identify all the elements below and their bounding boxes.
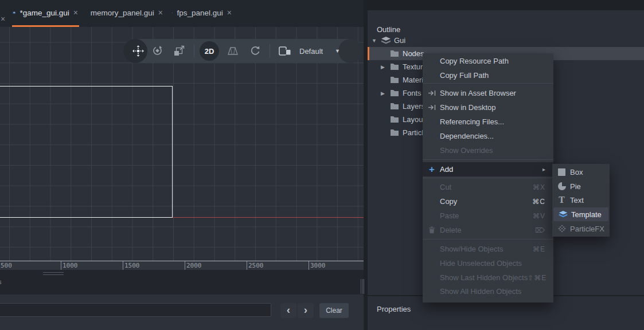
vertical-splitter-handle[interactable] xyxy=(361,279,365,294)
submenu-item-box[interactable]: Box xyxy=(552,165,610,179)
ruler-label: 500 xyxy=(1,262,12,269)
outline-row-gui[interactable]: ▼ Gui xyxy=(368,34,644,47)
frustum-culling-icon[interactable] xyxy=(227,46,239,56)
editor-window: × *game_gui.gui × memory_panel.gui × fps… xyxy=(0,0,644,330)
menu-item-cut: Cut⌘X xyxy=(423,180,553,194)
ruler-tick xyxy=(185,261,185,270)
menu-item-copy-resource-path[interactable]: Copy Resource Path xyxy=(423,54,553,68)
ruler-tick xyxy=(123,261,123,270)
submenu-item-pie[interactable]: Pie xyxy=(552,179,610,193)
menu-item-show-all-hidden-objects: Show All Hidden Objects xyxy=(423,284,553,298)
menu-separator xyxy=(423,83,553,84)
folder-icon xyxy=(390,63,399,70)
2d-mode-label: 2D xyxy=(205,47,214,56)
folder-icon xyxy=(390,103,399,110)
text-icon: T xyxy=(557,196,567,204)
trash-icon xyxy=(427,226,437,234)
clear-button[interactable]: Clear xyxy=(319,303,349,318)
lower-strip: s xyxy=(0,270,364,294)
ruler-label: 1500 xyxy=(124,262,140,269)
plus-icon: + xyxy=(427,164,437,174)
outline-row-label: Gui xyxy=(394,36,405,45)
scale-tool-icon[interactable] xyxy=(174,45,185,56)
outline-panel-title: Outline xyxy=(377,25,400,34)
folder-icon xyxy=(390,116,399,123)
menu-item-show-last-hidden-objects: Show Last Hidden Objects⇧⌘E xyxy=(423,270,553,285)
menu-item-copy[interactable]: Copy⌘C xyxy=(423,194,553,209)
menu-separator xyxy=(423,159,553,160)
submenu-arrow-icon: ▸ xyxy=(542,166,545,172)
particlefx-icon xyxy=(557,225,567,233)
menu-item-show-in-desktop[interactable]: Show in Desktop xyxy=(423,100,553,115)
add-submenu: Box Pie T Text Template ParticleFX xyxy=(552,164,610,237)
pie-icon xyxy=(557,182,567,190)
show-in-icon xyxy=(427,90,437,96)
rotate-tool-icon[interactable] xyxy=(152,45,163,56)
move-tool-icon[interactable] xyxy=(132,45,144,57)
menu-item-hide-unselected-objects: Hide Unselected Objects xyxy=(423,256,553,270)
menu-item-show-hide-objects: Show/Hide Objects⌘E xyxy=(423,242,553,256)
menu-item-delete: Delete⌦ xyxy=(423,223,553,237)
device-layout-icon[interactable] xyxy=(279,46,291,56)
tab-memory-panel[interactable]: memory_panel.gui × xyxy=(84,0,165,25)
show-in-icon xyxy=(427,104,437,111)
horizontal-ruler: 500 1000 1500 2000 2500 3000 xyxy=(0,261,364,270)
chevron-right-icon[interactable]: ▶ xyxy=(381,64,385,70)
clipped-panel-label: s xyxy=(0,278,2,285)
menu-item-show-overrides: Show Overrides xyxy=(423,143,553,158)
tab-label: *game_gui.gui xyxy=(19,9,69,17)
search-input[interactable] xyxy=(0,303,271,317)
menu-separator xyxy=(423,178,553,178)
x-axis-line xyxy=(173,217,364,218)
tab-label: fps_panel.gui xyxy=(177,9,223,17)
template-icon xyxy=(558,211,568,218)
tab-game-gui[interactable]: *game_gui.gui × xyxy=(10,0,80,25)
layout-select[interactable]: Default xyxy=(299,39,323,63)
outline-row-label: Nodes xyxy=(403,49,424,58)
console-bar: ‹ › Clear xyxy=(0,294,364,330)
chevron-down-icon[interactable]: ▼ xyxy=(335,39,340,63)
chevron-right-icon[interactable]: ▶ xyxy=(381,91,385,96)
menu-item-dependencies[interactable]: Dependencies... xyxy=(423,129,553,143)
close-icon[interactable]: × xyxy=(1,15,5,23)
folder-icon xyxy=(390,50,399,57)
tab-fps-panel[interactable]: fps_panel.gui × xyxy=(170,0,234,25)
reset-camera-icon[interactable] xyxy=(250,45,260,56)
ruler-label: 1000 xyxy=(63,262,78,269)
gui-scene-icon xyxy=(381,37,391,45)
menu-item-show-in-asset-browser[interactable]: Show in Asset Browser xyxy=(423,86,553,100)
scene-toolbar: 2D Default ▼ xyxy=(123,39,362,63)
folder-icon xyxy=(390,129,399,136)
folder-icon xyxy=(390,89,399,97)
folder-icon xyxy=(390,76,399,84)
ruler-label: 2500 xyxy=(248,262,264,269)
submenu-item-particlefx[interactable]: ParticleFX xyxy=(552,222,610,235)
close-icon[interactable]: × xyxy=(158,9,163,17)
menu-item-paste: Paste⌘V xyxy=(423,209,553,223)
scene-viewport[interactable]: 2D Default ▼ xyxy=(0,27,364,261)
box-icon xyxy=(557,168,567,176)
menu-item-add[interactable]: + Add ▸ xyxy=(423,162,553,176)
ruler-label: 2000 xyxy=(186,262,202,269)
gui-file-icon xyxy=(86,9,87,17)
menu-item-referencing-files[interactable]: Referencing Files... xyxy=(423,115,553,129)
prev-button[interactable]: ‹ xyxy=(280,303,296,318)
tab-label: memory_panel.gui xyxy=(91,9,154,17)
layout-select-value: Default xyxy=(299,47,323,56)
editor-left-pane: × *game_gui.gui × memory_panel.gui × fps… xyxy=(0,0,364,330)
horizontal-splitter-handle[interactable] xyxy=(43,272,64,275)
submenu-item-template[interactable]: Template xyxy=(553,207,608,221)
toolbar-divider xyxy=(194,44,194,58)
ruler-label: 3000 xyxy=(310,262,326,269)
ruler-tick xyxy=(309,261,309,270)
gui-bounds-rectangle xyxy=(0,86,173,218)
close-icon[interactable]: × xyxy=(227,9,232,17)
chevron-down-icon[interactable]: ▼ xyxy=(372,38,377,44)
2d-mode-button[interactable]: 2D xyxy=(200,41,219,61)
submenu-item-text[interactable]: T Text xyxy=(552,193,610,207)
ruler-tick xyxy=(247,261,247,270)
next-button[interactable]: › xyxy=(298,303,314,318)
toolbar-divider xyxy=(270,44,270,58)
menu-item-copy-full-path[interactable]: Copy Full Path xyxy=(423,68,553,82)
close-icon[interactable]: × xyxy=(73,9,78,17)
